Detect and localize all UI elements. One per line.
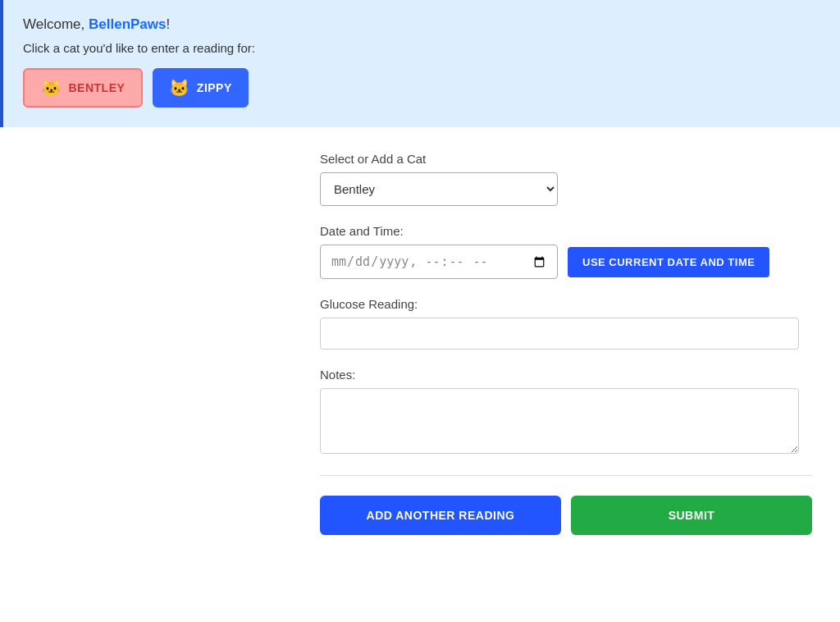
zippy-cat-icon: 🐱	[169, 78, 190, 98]
notes-label: Notes:	[320, 368, 812, 382]
glucose-group: Glucose Reading:	[320, 297, 812, 350]
welcome-text: Welcome, BellenPaws!	[23, 16, 820, 33]
bentley-cat-icon: 🐱	[41, 78, 62, 98]
bentley-cat-button[interactable]: 🐱 BENTLEY	[23, 68, 143, 107]
cat-select[interactable]: Bentley Zippy Add a Cat...	[320, 172, 558, 206]
cat-select-group: Select or Add a Cat Bentley Zippy Add a …	[320, 152, 812, 206]
zippy-cat-label: ZIPPY	[197, 81, 232, 94]
username: BellenPaws	[89, 16, 167, 32]
datetime-group: Date and Time: USE CURRENT DATE AND TIME	[320, 224, 812, 279]
datetime-input[interactable]	[320, 245, 558, 279]
glucose-input[interactable]	[320, 318, 799, 350]
cat-select-label: Select or Add a Cat	[320, 152, 812, 166]
notes-textarea[interactable]	[320, 388, 799, 454]
cat-buttons: 🐱 BENTLEY 🐱 ZIPPY	[23, 68, 820, 107]
welcome-prefix: Welcome,	[23, 16, 89, 32]
datetime-row: USE CURRENT DATE AND TIME	[320, 245, 812, 279]
subtitle-text: Click a cat you'd like to enter a readin…	[23, 41, 820, 55]
form-section: Select or Add a Cat Bentley Zippy Add a …	[320, 152, 812, 535]
zippy-cat-button[interactable]: 🐱 ZIPPY	[153, 68, 248, 107]
welcome-suffix: !	[167, 16, 171, 32]
submit-button[interactable]: SUBMIT	[571, 496, 812, 535]
notes-group: Notes:	[320, 368, 812, 457]
action-buttons: ADD ANOTHER READING SUBMIT	[320, 496, 812, 535]
divider	[320, 475, 812, 476]
use-current-date-button[interactable]: USE CURRENT DATE AND TIME	[568, 247, 769, 277]
header-banner: Welcome, BellenPaws! Click a cat you'd l…	[0, 0, 840, 127]
main-content: Select or Add a Cat Bentley Zippy Add a …	[0, 127, 840, 560]
add-reading-button[interactable]: ADD ANOTHER READING	[320, 496, 561, 535]
bentley-cat-label: BENTLEY	[69, 81, 126, 94]
datetime-label: Date and Time:	[320, 224, 812, 238]
glucose-label: Glucose Reading:	[320, 297, 812, 311]
